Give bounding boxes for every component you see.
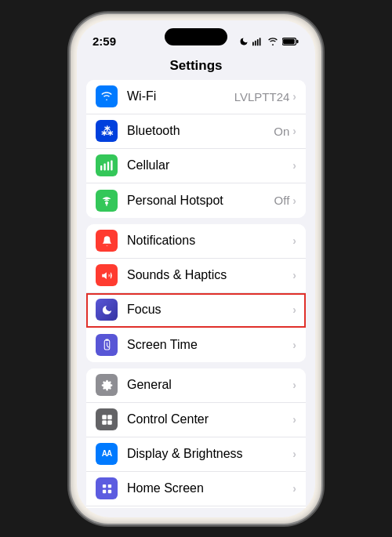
display-chevron: ›: [292, 448, 296, 460]
svg-rect-3: [260, 38, 261, 45]
controlcenter-label: Control Center: [127, 412, 292, 426]
bluetooth-icon-bg: ⁂: [96, 120, 118, 142]
wifi-row[interactable]: Wi-Fi LVLPTT24 ›: [86, 80, 306, 114]
focus-chevron: ›: [292, 303, 296, 316]
svg-rect-7: [100, 165, 102, 170]
wifi-label: Wi-Fi: [127, 89, 234, 103]
page-title: Settings: [77, 55, 315, 80]
homescreen-chevron: ›: [292, 482, 296, 495]
homescreen-row-icon: [101, 483, 113, 495]
connectivity-group: Wi-Fi LVLPTT24 › ⁂ Bluetooth On ›: [86, 80, 306, 218]
cellular-chevron: ›: [292, 159, 296, 172]
sounds-label: Sounds & Haptics: [127, 268, 292, 282]
svg-rect-24: [107, 484, 111, 487]
cellular-row[interactable]: Cellular ›: [86, 149, 306, 183]
wifi-chevron: ›: [292, 90, 296, 103]
general-icon-bg: [96, 374, 118, 396]
notifications-row-icon: [101, 235, 113, 247]
focus-icon-bg: [96, 299, 118, 321]
screentime-row[interactable]: Screen Time ›: [86, 328, 306, 362]
notifications-chevron: ›: [292, 234, 296, 247]
hotspot-icon-bg: [96, 190, 118, 212]
dynamic-island: [165, 28, 227, 45]
screentime-icon-bg: [96, 334, 118, 356]
general-chevron: ›: [292, 379, 296, 391]
controlcenter-row-icon: [101, 414, 113, 426]
general-row[interactable]: General ›: [86, 368, 306, 403]
svg-rect-6: [296, 39, 298, 42]
svg-rect-10: [111, 161, 112, 171]
display-row[interactable]: AA Display & Brightness ›: [86, 437, 306, 472]
controlcenter-chevron: ›: [292, 413, 296, 426]
wifi-value: LVLPTT24: [234, 90, 290, 103]
bluetooth-chevron: ›: [292, 125, 296, 137]
svg-rect-2: [257, 39, 259, 45]
display-symbol: AA: [102, 450, 111, 458]
hotspot-row-icon: [100, 195, 113, 206]
wifi-icon: [267, 37, 278, 46]
homescreen-icon-bg: [96, 477, 118, 499]
svg-rect-23: [102, 484, 105, 487]
svg-line-17: [107, 346, 108, 347]
wifi-icon-bg: [96, 85, 118, 107]
svg-rect-26: [107, 489, 111, 492]
sounds-chevron: ›: [292, 269, 296, 281]
status-icons: [239, 37, 299, 46]
general-group: General › Control Center ›: [86, 368, 306, 508]
bluetooth-symbol: ⁂: [101, 125, 113, 137]
svg-rect-9: [107, 161, 109, 170]
general-label: General: [127, 378, 292, 392]
bluetooth-row[interactable]: ⁂ Bluetooth On ›: [86, 114, 306, 149]
screentime-chevron: ›: [292, 339, 296, 351]
hotspot-row[interactable]: Personal Hotspot Off ›: [86, 183, 306, 218]
phone-screen: 2:59: [77, 20, 315, 517]
notifications-row[interactable]: Notifications ›: [86, 224, 306, 259]
display-label: Display & Brightness: [127, 447, 292, 461]
focus-label: Focus: [127, 303, 292, 317]
svg-rect-19: [102, 415, 107, 419]
controlcenter-row[interactable]: Control Center ›: [86, 403, 306, 437]
screentime-label: Screen Time: [127, 338, 292, 352]
scroll-content[interactable]: Wi-Fi LVLPTT24 › ⁂ Bluetooth On ›: [77, 80, 315, 508]
notifications-group: Notifications › Sounds & Haptics ›: [86, 224, 306, 362]
svg-rect-20: [107, 415, 112, 419]
svg-rect-21: [102, 420, 107, 425]
sounds-icon-bg: [96, 264, 118, 286]
hotspot-label: Personal Hotspot: [127, 194, 274, 208]
sounds-row-icon: [101, 270, 113, 281]
phone-frame: 2:59: [71, 14, 321, 524]
moon-icon: [239, 37, 249, 46]
focus-row[interactable]: Focus ›: [86, 293, 306, 328]
screentime-row-icon: [102, 339, 112, 351]
svg-rect-1: [255, 40, 256, 45]
cellular-icon-bg: [96, 154, 118, 176]
bluetooth-value: On: [274, 125, 289, 138]
sounds-row[interactable]: Sounds & Haptics ›: [86, 259, 306, 293]
controlcenter-icon-bg: [96, 408, 118, 430]
homescreen-row[interactable]: Home Screen ›: [86, 472, 306, 506]
homescreen-label: Home Screen: [127, 481, 292, 495]
cellular-label: Cellular: [127, 158, 292, 172]
focus-row-icon: [101, 304, 113, 316]
cellular-row-icon: [100, 160, 113, 171]
battery-icon: [282, 37, 299, 46]
svg-rect-22: [107, 420, 112, 425]
signal-icon: [252, 37, 263, 46]
notifications-icon-bg: [96, 230, 118, 252]
svg-rect-8: [103, 164, 105, 171]
display-icon-bg: AA: [96, 443, 118, 465]
svg-marker-13: [102, 272, 107, 279]
wifi-row-icon: [100, 91, 113, 102]
accessibility-row[interactable]: Accessibility ›: [86, 506, 306, 508]
svg-rect-5: [283, 38, 295, 44]
svg-rect-25: [102, 489, 105, 492]
svg-rect-0: [252, 42, 254, 45]
hotspot-chevron: ›: [292, 194, 296, 207]
general-row-icon: [101, 379, 113, 391]
bluetooth-label: Bluetooth: [127, 124, 274, 138]
status-time: 2:59: [93, 34, 116, 48]
hotspot-value: Off: [274, 194, 290, 207]
notifications-label: Notifications: [127, 234, 292, 248]
